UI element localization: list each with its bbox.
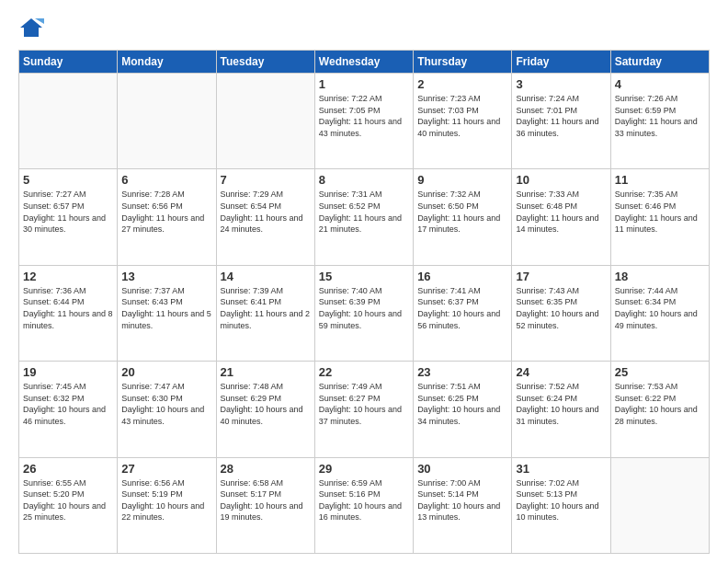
calendar-cell: 30Sunrise: 7:00 AM Sunset: 5:14 PM Dayli… bbox=[414, 457, 512, 553]
weekday-header-tuesday: Tuesday bbox=[216, 51, 314, 74]
day-number: 25 bbox=[615, 365, 705, 379]
calendar-cell: 23Sunrise: 7:51 AM Sunset: 6:25 PM Dayli… bbox=[414, 362, 512, 457]
calendar-cell: 18Sunrise: 7:44 AM Sunset: 6:34 PM Dayli… bbox=[610, 265, 709, 361]
calendar-cell: 3Sunrise: 7:24 AM Sunset: 7:01 PM Daylig… bbox=[512, 74, 610, 169]
calendar-week-1: 1Sunrise: 7:22 AM Sunset: 7:05 PM Daylig… bbox=[19, 74, 710, 169]
day-info: Sunrise: 7:39 AM Sunset: 6:41 PM Dayligh… bbox=[221, 285, 311, 331]
weekday-header-thursday: Thursday bbox=[414, 51, 512, 74]
day-info: Sunrise: 7:41 AM Sunset: 6:37 PM Dayligh… bbox=[417, 285, 507, 331]
day-number: 24 bbox=[516, 365, 606, 379]
day-number: 14 bbox=[221, 270, 311, 283]
day-number: 17 bbox=[516, 270, 606, 283]
calendar-week-3: 12Sunrise: 7:36 AM Sunset: 6:44 PM Dayli… bbox=[19, 265, 710, 361]
day-info: Sunrise: 7:52 AM Sunset: 6:24 PM Dayligh… bbox=[516, 381, 606, 427]
day-number: 2 bbox=[417, 77, 507, 91]
day-info: Sunrise: 7:24 AM Sunset: 7:01 PM Dayligh… bbox=[516, 93, 606, 139]
day-info: Sunrise: 7:43 AM Sunset: 6:35 PM Dayligh… bbox=[516, 285, 606, 331]
day-info: Sunrise: 7:40 AM Sunset: 6:39 PM Dayligh… bbox=[319, 285, 409, 331]
day-number: 20 bbox=[121, 365, 211, 379]
day-info: Sunrise: 7:28 AM Sunset: 6:56 PM Dayligh… bbox=[121, 189, 211, 235]
day-info: Sunrise: 7:47 AM Sunset: 6:30 PM Dayligh… bbox=[121, 381, 211, 427]
day-number: 15 bbox=[319, 270, 409, 283]
day-number: 8 bbox=[319, 173, 409, 187]
day-info: Sunrise: 7:35 AM Sunset: 6:46 PM Dayligh… bbox=[615, 189, 705, 235]
day-number: 6 bbox=[121, 173, 211, 187]
calendar-cell: 19Sunrise: 7:45 AM Sunset: 6:32 PM Dayli… bbox=[19, 362, 118, 457]
logo-icon bbox=[18, 15, 44, 40]
day-number: 3 bbox=[516, 77, 606, 91]
day-info: Sunrise: 7:33 AM Sunset: 6:48 PM Dayligh… bbox=[516, 189, 606, 235]
day-number: 26 bbox=[23, 462, 113, 476]
calendar-cell: 28Sunrise: 6:58 AM Sunset: 5:17 PM Dayli… bbox=[216, 457, 314, 553]
calendar-cell: 24Sunrise: 7:52 AM Sunset: 6:24 PM Dayli… bbox=[512, 362, 610, 457]
calendar-cell: 12Sunrise: 7:36 AM Sunset: 6:44 PM Dayli… bbox=[19, 265, 118, 361]
day-number: 4 bbox=[615, 77, 705, 91]
day-info: Sunrise: 7:45 AM Sunset: 6:32 PM Dayligh… bbox=[23, 381, 113, 427]
day-number: 7 bbox=[221, 173, 311, 187]
day-info: Sunrise: 6:55 AM Sunset: 5:20 PM Dayligh… bbox=[23, 477, 113, 523]
day-info: Sunrise: 7:44 AM Sunset: 6:34 PM Dayligh… bbox=[615, 285, 705, 331]
calendar-cell bbox=[610, 457, 709, 553]
calendar-cell: 13Sunrise: 7:37 AM Sunset: 6:43 PM Dayli… bbox=[118, 265, 216, 361]
weekday-header-wednesday: Wednesday bbox=[314, 51, 413, 74]
calendar-week-5: 26Sunrise: 6:55 AM Sunset: 5:20 PM Dayli… bbox=[19, 457, 710, 553]
day-number: 1 bbox=[319, 77, 409, 91]
day-info: Sunrise: 7:26 AM Sunset: 6:59 PM Dayligh… bbox=[615, 93, 705, 139]
calendar-cell bbox=[118, 74, 216, 169]
day-info: Sunrise: 7:53 AM Sunset: 6:22 PM Dayligh… bbox=[615, 381, 705, 427]
calendar-cell: 7Sunrise: 7:29 AM Sunset: 6:54 PM Daylig… bbox=[216, 169, 314, 265]
page: SundayMondayTuesdayWednesdayThursdayFrid… bbox=[0, 0, 728, 563]
calendar-week-4: 19Sunrise: 7:45 AM Sunset: 6:32 PM Dayli… bbox=[19, 362, 710, 457]
calendar-cell: 26Sunrise: 6:55 AM Sunset: 5:20 PM Dayli… bbox=[19, 457, 118, 553]
day-info: Sunrise: 7:27 AM Sunset: 6:57 PM Dayligh… bbox=[23, 189, 113, 235]
day-info: Sunrise: 6:59 AM Sunset: 5:16 PM Dayligh… bbox=[319, 477, 409, 523]
day-number: 16 bbox=[417, 270, 507, 283]
calendar-cell: 22Sunrise: 7:49 AM Sunset: 6:27 PM Dayli… bbox=[314, 362, 413, 457]
day-info: Sunrise: 7:48 AM Sunset: 6:29 PM Dayligh… bbox=[221, 381, 311, 427]
weekday-header-row: SundayMondayTuesdayWednesdayThursdayFrid… bbox=[19, 51, 710, 74]
day-number: 30 bbox=[417, 462, 507, 476]
day-info: Sunrise: 7:31 AM Sunset: 6:52 PM Dayligh… bbox=[319, 189, 409, 235]
calendar-cell: 29Sunrise: 6:59 AM Sunset: 5:16 PM Dayli… bbox=[314, 457, 413, 553]
calendar-cell bbox=[19, 74, 118, 169]
day-number: 9 bbox=[417, 173, 507, 187]
calendar-cell: 9Sunrise: 7:32 AM Sunset: 6:50 PM Daylig… bbox=[414, 169, 512, 265]
day-number: 11 bbox=[615, 173, 705, 187]
calendar-cell: 27Sunrise: 6:56 AM Sunset: 5:19 PM Dayli… bbox=[118, 457, 216, 553]
day-info: Sunrise: 6:58 AM Sunset: 5:17 PM Dayligh… bbox=[221, 477, 311, 523]
calendar-table: SundayMondayTuesdayWednesdayThursdayFrid… bbox=[18, 50, 710, 554]
calendar-cell: 16Sunrise: 7:41 AM Sunset: 6:37 PM Dayli… bbox=[414, 265, 512, 361]
day-number: 10 bbox=[516, 173, 606, 187]
day-number: 27 bbox=[121, 462, 211, 476]
calendar-cell: 4Sunrise: 7:26 AM Sunset: 6:59 PM Daylig… bbox=[610, 74, 709, 169]
calendar-cell: 1Sunrise: 7:22 AM Sunset: 7:05 PM Daylig… bbox=[314, 74, 413, 169]
weekday-header-sunday: Sunday bbox=[19, 51, 118, 74]
calendar-cell: 14Sunrise: 7:39 AM Sunset: 6:41 PM Dayli… bbox=[216, 265, 314, 361]
day-info: Sunrise: 7:23 AM Sunset: 7:03 PM Dayligh… bbox=[417, 93, 507, 139]
calendar-week-2: 5Sunrise: 7:27 AM Sunset: 6:57 PM Daylig… bbox=[19, 169, 710, 265]
calendar-cell: 31Sunrise: 7:02 AM Sunset: 5:13 PM Dayli… bbox=[512, 457, 610, 553]
day-info: Sunrise: 7:32 AM Sunset: 6:50 PM Dayligh… bbox=[417, 189, 507, 235]
day-number: 22 bbox=[319, 365, 409, 379]
day-info: Sunrise: 7:02 AM Sunset: 5:13 PM Dayligh… bbox=[516, 477, 606, 523]
day-number: 13 bbox=[121, 270, 211, 283]
header bbox=[18, 15, 710, 40]
day-info: Sunrise: 7:49 AM Sunset: 6:27 PM Dayligh… bbox=[319, 381, 409, 427]
calendar-cell: 15Sunrise: 7:40 AM Sunset: 6:39 PM Dayli… bbox=[314, 265, 413, 361]
calendar-cell: 20Sunrise: 7:47 AM Sunset: 6:30 PM Dayli… bbox=[118, 362, 216, 457]
calendar-cell: 11Sunrise: 7:35 AM Sunset: 6:46 PM Dayli… bbox=[610, 169, 709, 265]
weekday-header-saturday: Saturday bbox=[610, 51, 709, 74]
calendar-cell: 8Sunrise: 7:31 AM Sunset: 6:52 PM Daylig… bbox=[314, 169, 413, 265]
day-number: 5 bbox=[23, 173, 113, 187]
day-info: Sunrise: 7:29 AM Sunset: 6:54 PM Dayligh… bbox=[221, 189, 311, 235]
day-info: Sunrise: 7:22 AM Sunset: 7:05 PM Dayligh… bbox=[319, 93, 409, 139]
calendar-cell bbox=[216, 74, 314, 169]
day-info: Sunrise: 7:00 AM Sunset: 5:14 PM Dayligh… bbox=[417, 477, 507, 523]
day-number: 12 bbox=[23, 270, 113, 283]
logo bbox=[18, 15, 48, 40]
day-number: 31 bbox=[516, 462, 606, 476]
calendar-cell: 5Sunrise: 7:27 AM Sunset: 6:57 PM Daylig… bbox=[19, 169, 118, 265]
calendar-cell: 6Sunrise: 7:28 AM Sunset: 6:56 PM Daylig… bbox=[118, 169, 216, 265]
day-info: Sunrise: 6:56 AM Sunset: 5:19 PM Dayligh… bbox=[121, 477, 211, 523]
day-info: Sunrise: 7:37 AM Sunset: 6:43 PM Dayligh… bbox=[121, 285, 211, 331]
